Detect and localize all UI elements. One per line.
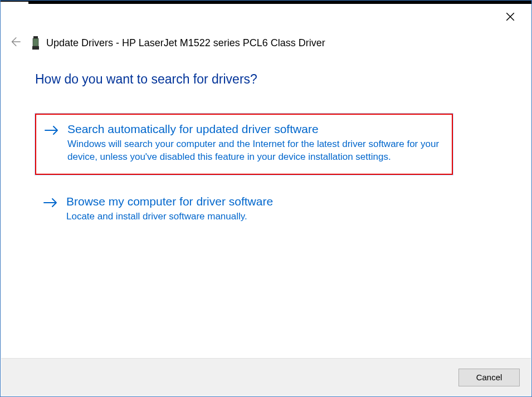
svg-rect-1 [33, 38, 38, 46]
option-description: Locate and install driver software manua… [66, 210, 442, 223]
update-driver-wizard-window: Update Drivers - HP LaserJet M1522 serie… [0, 0, 532, 397]
wizard-footer: Cancel [1, 358, 531, 396]
option-title: Search automatically for updated driver … [67, 122, 441, 136]
wizard-question: How do you want to search for drivers? [35, 72, 498, 87]
window-top-edge [1, 1, 531, 4]
close-icon [505, 12, 515, 24]
svg-rect-0 [33, 36, 38, 38]
device-icon [32, 35, 40, 51]
wizard-content: How do you want to search for drivers? S… [35, 72, 498, 246]
arrow-right-icon [43, 197, 58, 210]
back-arrow-icon [9, 36, 21, 50]
wizard-header: Update Drivers - HP LaserJet M1522 serie… [8, 35, 524, 51]
option-browse-computer[interactable]: Browse my computer for driver software L… [35, 187, 453, 233]
option-search-automatically[interactable]: Search automatically for updated driver … [35, 114, 453, 175]
close-button[interactable] [499, 9, 521, 26]
option-title: Browse my computer for driver software [66, 195, 442, 208]
svg-rect-2 [32, 46, 39, 50]
arrow-right-icon [44, 125, 60, 138]
option-description: Windows will search your computer and th… [67, 138, 441, 164]
cancel-button[interactable]: Cancel [458, 369, 520, 386]
back-button[interactable] [8, 36, 22, 50]
wizard-title: Update Drivers - HP LaserJet M1522 serie… [46, 37, 325, 49]
